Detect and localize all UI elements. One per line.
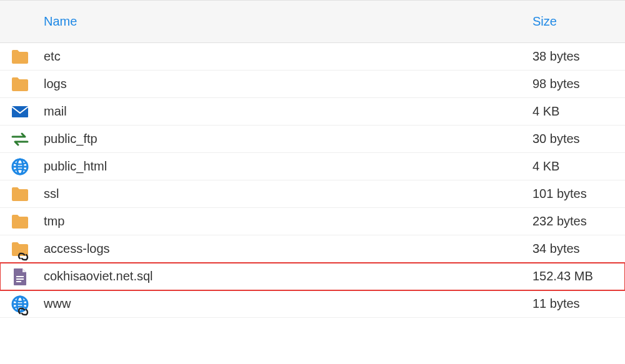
file-name: etc [44, 49, 61, 63]
link-overlay-icon [18, 251, 29, 262]
file-name: cokhisaoviet.net.sql [44, 269, 153, 283]
ftp-icon [10, 129, 30, 149]
file-size: 232 bytes [532, 214, 587, 228]
file-size: 4 KB [532, 159, 559, 173]
file-name: public_ftp [44, 132, 98, 145]
globe-icon [10, 157, 30, 177]
file-icon [10, 267, 30, 287]
table-row[interactable]: mail 4 KB [0, 98, 625, 125]
file-size: 11 bytes [532, 297, 580, 310]
table-row[interactable]: logs 98 bytes [0, 71, 625, 98]
table-row[interactable]: public_ftp 30 bytes [0, 125, 625, 153]
table-row[interactable]: access-logs 34 bytes [0, 235, 625, 263]
file-size: 98 bytes [532, 77, 580, 91]
folder-icon [10, 212, 30, 232]
table-row[interactable]: www 11 bytes [0, 290, 625, 318]
file-size: 38 bytes [532, 49, 580, 63]
file-size: 101 bytes [532, 187, 587, 200]
table-row[interactable]: tmp 232 bytes [0, 208, 625, 235]
folder-icon [10, 74, 30, 94]
folder-icon [10, 184, 30, 204]
file-name: tmp [44, 214, 64, 228]
file-size: 34 bytes [532, 242, 580, 255]
file-size: 30 bytes [532, 132, 580, 145]
file-table: Name Size etc 38 bytes logs 98 bytes mai… [0, 0, 625, 318]
mail-icon [10, 102, 30, 122]
file-name: ssl [44, 187, 59, 200]
table-row[interactable]: cokhisaoviet.net.sql 152.43 MB [0, 263, 625, 290]
file-name: www [44, 297, 71, 310]
folder-icon [10, 47, 30, 67]
link-overlay-icon [18, 306, 29, 317]
table-row[interactable]: etc 38 bytes [0, 43, 625, 71]
file-name: public_html [44, 159, 107, 173]
column-header-size[interactable]: Size [525, 1, 625, 43]
file-size: 152.43 MB [532, 269, 593, 283]
file-name: mail [44, 104, 67, 118]
table-row[interactable]: ssl 101 bytes [0, 180, 625, 208]
column-header-name[interactable]: Name [0, 1, 525, 43]
file-size: 4 KB [532, 104, 559, 118]
table-row[interactable]: public_html 4 KB [0, 153, 625, 180]
table-header-row: Name Size [0, 1, 625, 43]
file-name: logs [44, 77, 67, 91]
file-name: access-logs [44, 242, 110, 255]
